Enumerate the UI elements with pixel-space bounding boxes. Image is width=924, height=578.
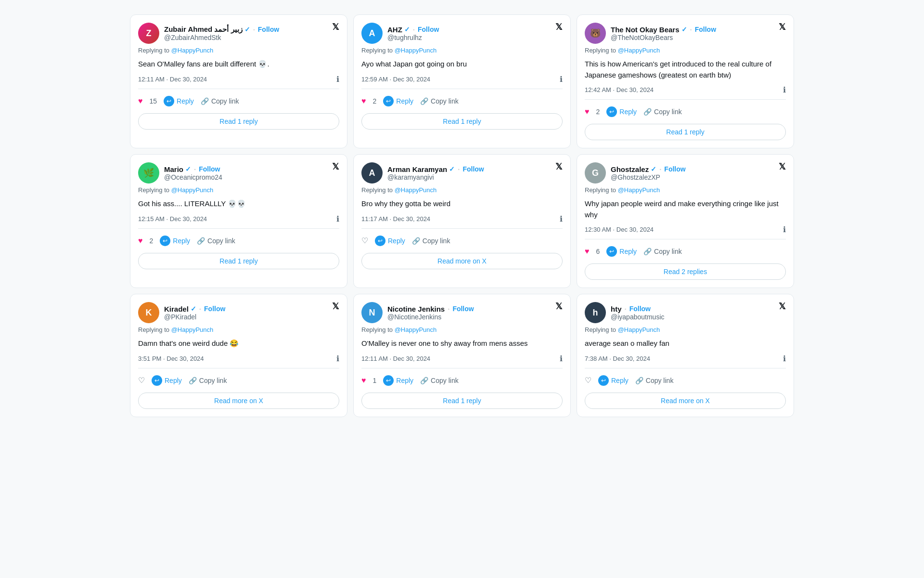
read-replies-button[interactable]: Read more on X <box>361 253 563 269</box>
x-logo-icon[interactable]: 𝕏 <box>332 162 339 171</box>
x-logo-icon[interactable]: 𝕏 <box>332 302 339 311</box>
like-count: 1 <box>373 377 377 384</box>
reply-bubble-icon: ↩ <box>598 375 609 386</box>
copy-link-button[interactable]: 🔗 Copy link <box>201 97 239 105</box>
tweet-header: G Ghostzalez ✓ · Follow @GhostzalezXP 𝕏 <box>585 162 786 184</box>
read-replies-button[interactable]: Read more on X <box>138 393 339 409</box>
reply-label: Reply <box>396 377 413 384</box>
avatar: A <box>361 23 383 44</box>
copy-link-button[interactable]: 🔗 Copy link <box>643 108 682 116</box>
heart-icon-empty: ♡ <box>361 236 368 245</box>
user-name-row: The Not Okay Bears ✓ · Follow <box>611 26 716 34</box>
info-icon[interactable]: ℹ <box>560 75 563 84</box>
x-logo-icon[interactable]: 𝕏 <box>332 23 339 31</box>
tweet-card-2: A AHZ ✓ · Follow @tughrulhz 𝕏 Replying t… <box>353 14 571 148</box>
copy-link-button[interactable]: 🔗 Copy link <box>412 237 450 245</box>
follow-button[interactable]: Follow <box>199 165 220 173</box>
divider <box>585 368 786 368</box>
replying-to-handle: @HappyPunch <box>395 47 437 54</box>
user-info: Kiradel ✓ · Follow @PKiradel <box>164 305 225 321</box>
copy-link-button[interactable]: 🔗 Copy link <box>197 237 235 245</box>
follow-button[interactable]: Follow <box>462 165 484 173</box>
read-replies-button[interactable]: Read 1 reply <box>138 113 339 130</box>
tweet-text: Got his ass.... LITERALLLY 💀💀 <box>138 197 339 211</box>
tweet-header: N Nicotine Jenkins · Follow @NicotineJen… <box>361 302 563 323</box>
copy-link-label: Copy link <box>431 377 459 384</box>
x-logo-icon[interactable]: 𝕏 <box>555 23 563 31</box>
user-handle: @tughrulhz <box>387 34 439 41</box>
tweet-timestamp: 12:59 AM · Dec 30, 2024 <box>361 76 430 83</box>
x-logo-icon[interactable]: 𝕏 <box>779 162 786 171</box>
x-logo-icon[interactable]: 𝕏 <box>779 23 786 31</box>
reply-button[interactable]: ↩ Reply <box>383 375 413 386</box>
heart-icon-empty: ♡ <box>138 376 145 385</box>
heart-icon: ♥ <box>585 107 590 116</box>
tweet-user: Z Zubair Ahmed زبیر أحمد ✓ · Follow @Zub… <box>138 23 279 44</box>
follow-button[interactable]: Follow <box>629 305 651 313</box>
read-replies-button[interactable]: Read 1 reply <box>361 393 563 409</box>
divider <box>138 368 339 368</box>
x-logo-icon[interactable]: 𝕏 <box>555 162 563 171</box>
heart-icon: ♥ <box>138 236 143 245</box>
info-icon[interactable]: ℹ <box>560 214 563 223</box>
follow-button[interactable]: Follow <box>452 305 474 313</box>
tweet-user: A AHZ ✓ · Follow @tughrulhz <box>361 23 439 44</box>
tweet-actions: ♡ ↩ Reply 🔗 Copy link <box>585 373 786 388</box>
follow-button[interactable]: Follow <box>695 26 716 33</box>
replying-to-handle: @HappyPunch <box>171 326 214 333</box>
tweet-actions: ♥ 2 ↩ Reply 🔗 Copy link <box>138 234 339 248</box>
x-logo-icon[interactable]: 𝕏 <box>779 302 786 311</box>
info-icon[interactable]: ℹ <box>336 75 339 84</box>
avatar: h <box>585 302 606 323</box>
replying-to-handle: @HappyPunch <box>171 47 214 54</box>
reply-label: Reply <box>619 108 637 116</box>
copy-link-button[interactable]: 🔗 Copy link <box>420 97 459 105</box>
tweet-text: average sean o malley fan <box>585 336 786 351</box>
reply-bubble-icon: ↩ <box>375 236 385 246</box>
tweet-timestamp: 7:38 AM · Dec 30, 2024 <box>585 355 650 362</box>
verified-icon: ✓ <box>191 305 196 313</box>
read-replies-button[interactable]: Read 1 reply <box>361 113 563 130</box>
info-icon[interactable]: ℹ <box>783 354 786 363</box>
reply-button[interactable]: ↩ Reply <box>164 96 194 106</box>
follow-button[interactable]: Follow <box>418 26 439 33</box>
x-logo-icon[interactable]: 𝕏 <box>555 302 563 311</box>
reply-button[interactable]: ↩ Reply <box>160 236 190 246</box>
tweet-actions: ♥ 15 ↩ Reply 🔗 Copy link <box>138 94 339 108</box>
reply-button[interactable]: ↩ Reply <box>598 375 629 386</box>
divider <box>585 99 786 100</box>
tweet-text: Why japan people weird and make everythi… <box>585 197 786 222</box>
user-info: Zubair Ahmed زبیر أحمد ✓ · Follow @Zubai… <box>164 25 279 41</box>
read-replies-button[interactable]: Read 1 reply <box>138 253 339 269</box>
info-icon[interactable]: ℹ <box>560 354 563 363</box>
reply-label: Reply <box>396 97 413 105</box>
follow-button[interactable]: Follow <box>664 165 685 173</box>
follow-button[interactable]: Follow <box>204 305 225 313</box>
read-replies-button[interactable]: Read more on X <box>585 393 786 409</box>
link-icon: 🔗 <box>420 97 428 105</box>
replying-to: Replying to @HappyPunch <box>361 47 563 54</box>
copy-link-button[interactable]: 🔗 Copy link <box>643 248 682 255</box>
copy-link-button[interactable]: 🔗 Copy link <box>635 377 674 384</box>
verified-icon: ✓ <box>651 165 656 173</box>
reply-button[interactable]: ↩ Reply <box>375 236 405 246</box>
info-icon[interactable]: ℹ <box>336 354 339 363</box>
copy-link-button[interactable]: 🔗 Copy link <box>420 377 459 384</box>
copy-link-button[interactable]: 🔗 Copy link <box>189 377 227 384</box>
replying-to: Replying to @HappyPunch <box>585 186 786 194</box>
follow-button[interactable]: Follow <box>258 26 279 33</box>
user-name: Zubair Ahmed زبیر أحمد <box>164 25 243 34</box>
read-replies-button[interactable]: Read 2 replies <box>585 263 786 280</box>
reply-button[interactable]: ↩ Reply <box>383 96 413 106</box>
reply-button[interactable]: ↩ Reply <box>606 246 637 257</box>
read-replies-button[interactable]: Read 1 reply <box>585 124 786 140</box>
info-icon[interactable]: ℹ <box>783 225 786 234</box>
verified-icon: ✓ <box>681 26 687 33</box>
reply-button[interactable]: ↩ Reply <box>152 375 182 386</box>
tweet-timestamp: 12:30 AM · Dec 30, 2024 <box>585 226 654 233</box>
info-icon[interactable]: ℹ <box>783 85 786 94</box>
tweet-text: Damn that's one weird dude 😂 <box>138 336 339 351</box>
like-count: 6 <box>596 248 600 255</box>
reply-button[interactable]: ↩ Reply <box>606 106 637 117</box>
info-icon[interactable]: ℹ <box>336 214 339 223</box>
